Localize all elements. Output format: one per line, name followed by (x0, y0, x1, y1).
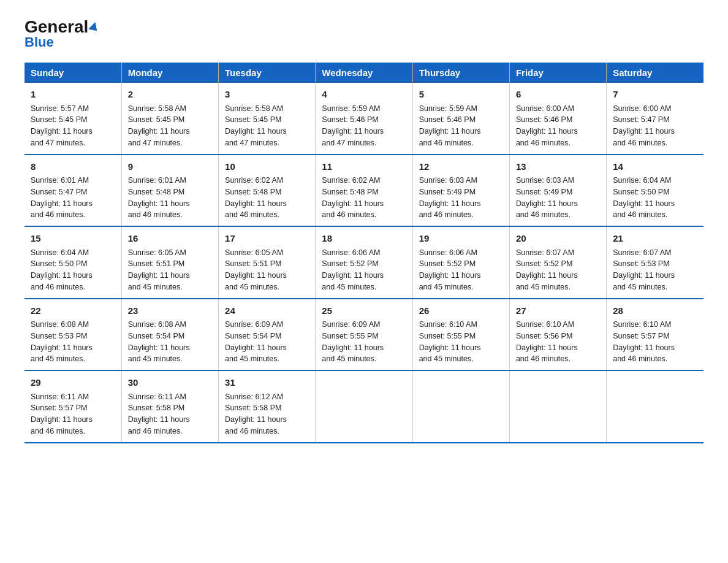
day-number: 23 (128, 304, 212, 318)
calendar-cell (509, 370, 606, 443)
day-info: Sunrise: 6:09 AMSunset: 5:54 PMDaylight:… (225, 320, 287, 363)
day-number: 11 (322, 160, 406, 174)
day-info: Sunrise: 6:10 AMSunset: 5:57 PMDaylight:… (613, 320, 675, 363)
day-number: 22 (31, 304, 115, 318)
day-info: Sunrise: 6:04 AMSunset: 5:50 PMDaylight:… (613, 176, 675, 219)
day-number: 12 (419, 160, 503, 174)
calendar-cell: 18 Sunrise: 6:06 AMSunset: 5:52 PMDaylig… (316, 226, 412, 299)
day-info: Sunrise: 6:01 AMSunset: 5:47 PMDaylight:… (31, 176, 93, 219)
day-number: 25 (322, 304, 406, 318)
day-info: Sunrise: 5:59 AMSunset: 5:46 PMDaylight:… (322, 104, 384, 147)
calendar-cell: 10 Sunrise: 6:02 AMSunset: 5:48 PMDaylig… (219, 155, 316, 227)
day-info: Sunrise: 6:02 AMSunset: 5:48 PMDaylight:… (225, 176, 287, 219)
day-number: 21 (613, 232, 697, 246)
day-number: 15 (31, 232, 115, 246)
calendar-cell: 27 Sunrise: 6:10 AMSunset: 5:56 PMDaylig… (509, 299, 606, 371)
day-info: Sunrise: 6:03 AMSunset: 5:49 PMDaylight:… (419, 176, 481, 219)
calendar-cell: 23 Sunrise: 6:08 AMSunset: 5:54 PMDaylig… (121, 299, 218, 371)
calendar-week-1: 1 Sunrise: 5:57 AMSunset: 5:45 PMDayligh… (25, 83, 703, 155)
day-number: 5 (419, 88, 503, 102)
day-info: Sunrise: 5:59 AMSunset: 5:46 PMDaylight:… (419, 104, 481, 147)
day-number: 29 (31, 376, 115, 390)
calendar-cell: 25 Sunrise: 6:09 AMSunset: 5:55 PMDaylig… (316, 299, 412, 371)
day-number: 13 (516, 160, 600, 174)
calendar-cell (316, 370, 412, 443)
day-number: 31 (225, 376, 309, 390)
calendar-cell: 2 Sunrise: 5:58 AMSunset: 5:45 PMDayligh… (121, 83, 218, 155)
day-info: Sunrise: 6:08 AMSunset: 5:53 PMDaylight:… (31, 320, 93, 363)
calendar-cell: 29 Sunrise: 6:11 AMSunset: 5:57 PMDaylig… (25, 370, 121, 443)
calendar-cell: 9 Sunrise: 6:01 AMSunset: 5:48 PMDayligh… (121, 155, 218, 227)
day-number: 10 (225, 160, 309, 174)
day-info: Sunrise: 5:58 AMSunset: 5:45 PMDaylight:… (225, 104, 287, 147)
header-thursday: Thursday (412, 63, 509, 83)
day-number: 14 (613, 160, 697, 174)
calendar-cell: 24 Sunrise: 6:09 AMSunset: 5:54 PMDaylig… (219, 299, 316, 371)
header-wednesday: Wednesday (316, 63, 412, 83)
day-number: 1 (31, 88, 115, 102)
day-info: Sunrise: 5:57 AMSunset: 5:45 PMDaylight:… (31, 104, 93, 147)
calendar-cell: 31 Sunrise: 6:12 AMSunset: 5:58 PMDaylig… (219, 370, 316, 443)
calendar-cell: 16 Sunrise: 6:05 AMSunset: 5:51 PMDaylig… (121, 226, 218, 299)
calendar-cell: 1 Sunrise: 5:57 AMSunset: 5:45 PMDayligh… (25, 83, 121, 155)
day-number: 6 (516, 88, 600, 102)
header-tuesday: Tuesday (219, 63, 316, 83)
calendar-cell: 15 Sunrise: 6:04 AMSunset: 5:50 PMDaylig… (25, 226, 121, 299)
calendar-cell: 6 Sunrise: 6:00 AMSunset: 5:46 PMDayligh… (509, 83, 606, 155)
calendar-cell: 20 Sunrise: 6:07 AMSunset: 5:52 PMDaylig… (509, 226, 606, 299)
day-number: 30 (128, 376, 212, 390)
calendar-week-2: 8 Sunrise: 6:01 AMSunset: 5:47 PMDayligh… (25, 155, 703, 227)
day-number: 2 (128, 88, 212, 102)
logo-blue: Blue (25, 34, 54, 50)
calendar-cell (607, 370, 703, 443)
day-number: 19 (419, 232, 503, 246)
calendar-table: SundayMondayTuesdayWednesdayThursdayFrid… (25, 63, 703, 443)
page-header: General Blue (25, 18, 703, 50)
calendar-week-5: 29 Sunrise: 6:11 AMSunset: 5:57 PMDaylig… (25, 370, 703, 443)
day-info: Sunrise: 6:01 AMSunset: 5:48 PMDaylight:… (128, 176, 190, 219)
day-info: Sunrise: 6:00 AMSunset: 5:46 PMDaylight:… (516, 104, 578, 147)
calendar-week-3: 15 Sunrise: 6:04 AMSunset: 5:50 PMDaylig… (25, 226, 703, 299)
day-info: Sunrise: 6:06 AMSunset: 5:52 PMDaylight:… (322, 248, 384, 291)
calendar-header-row: SundayMondayTuesdayWednesdayThursdayFrid… (25, 63, 703, 83)
calendar-cell: 13 Sunrise: 6:03 AMSunset: 5:49 PMDaylig… (509, 155, 606, 227)
calendar-cell: 19 Sunrise: 6:06 AMSunset: 5:52 PMDaylig… (412, 226, 509, 299)
day-info: Sunrise: 6:07 AMSunset: 5:53 PMDaylight:… (613, 248, 675, 291)
day-info: Sunrise: 6:06 AMSunset: 5:52 PMDaylight:… (419, 248, 481, 291)
day-number: 7 (613, 88, 697, 102)
calendar-cell: 28 Sunrise: 6:10 AMSunset: 5:57 PMDaylig… (607, 299, 703, 371)
calendar-cell (412, 370, 509, 443)
logo-general: General (25, 18, 99, 36)
calendar-week-4: 22 Sunrise: 6:08 AMSunset: 5:53 PMDaylig… (25, 299, 703, 371)
day-number: 20 (516, 232, 600, 246)
header-sunday: Sunday (25, 63, 121, 83)
calendar-cell: 30 Sunrise: 6:11 AMSunset: 5:58 PMDaylig… (121, 370, 218, 443)
day-number: 18 (322, 232, 406, 246)
day-number: 26 (419, 304, 503, 318)
logo: General Blue (25, 18, 99, 50)
calendar-cell: 21 Sunrise: 6:07 AMSunset: 5:53 PMDaylig… (607, 226, 703, 299)
header-saturday: Saturday (607, 63, 703, 83)
day-number: 28 (613, 304, 697, 318)
header-monday: Monday (121, 63, 218, 83)
day-info: Sunrise: 6:09 AMSunset: 5:55 PMDaylight:… (322, 320, 384, 363)
calendar-cell: 12 Sunrise: 6:03 AMSunset: 5:49 PMDaylig… (412, 155, 509, 227)
calendar-cell: 7 Sunrise: 6:00 AMSunset: 5:47 PMDayligh… (607, 83, 703, 155)
day-info: Sunrise: 6:05 AMSunset: 5:51 PMDaylight:… (128, 248, 190, 291)
day-info: Sunrise: 6:04 AMSunset: 5:50 PMDaylight:… (31, 248, 93, 291)
header-friday: Friday (509, 63, 606, 83)
calendar-cell: 17 Sunrise: 6:05 AMSunset: 5:51 PMDaylig… (219, 226, 316, 299)
day-info: Sunrise: 6:11 AMSunset: 5:58 PMDaylight:… (128, 393, 190, 435)
day-number: 3 (225, 88, 309, 102)
day-number: 9 (128, 160, 212, 174)
day-info: Sunrise: 6:07 AMSunset: 5:52 PMDaylight:… (516, 248, 578, 291)
calendar-cell: 8 Sunrise: 6:01 AMSunset: 5:47 PMDayligh… (25, 155, 121, 227)
calendar-cell: 22 Sunrise: 6:08 AMSunset: 5:53 PMDaylig… (25, 299, 121, 371)
day-number: 16 (128, 232, 212, 246)
calendar-cell: 14 Sunrise: 6:04 AMSunset: 5:50 PMDaylig… (607, 155, 703, 227)
calendar-cell: 4 Sunrise: 5:59 AMSunset: 5:46 PMDayligh… (316, 83, 412, 155)
day-info: Sunrise: 6:02 AMSunset: 5:48 PMDaylight:… (322, 176, 384, 219)
day-number: 27 (516, 304, 600, 318)
day-info: Sunrise: 6:10 AMSunset: 5:56 PMDaylight:… (516, 320, 578, 363)
calendar-cell: 26 Sunrise: 6:10 AMSunset: 5:55 PMDaylig… (412, 299, 509, 371)
